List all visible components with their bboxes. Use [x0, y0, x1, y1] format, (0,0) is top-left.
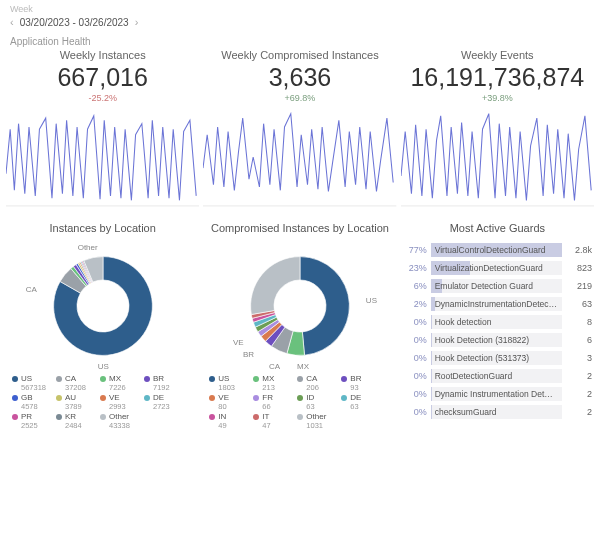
week-label: Week	[10, 4, 590, 14]
guard-bar: VirtualControlDetectionGuard	[431, 243, 562, 257]
guard-name: DynamicInstrumentationDetec…	[431, 299, 557, 309]
legend-value: 1803	[218, 384, 235, 392]
guard-row[interactable]: 2%DynamicInstrumentationDetec…63	[403, 295, 592, 313]
sparkline-events	[401, 107, 594, 207]
legend-item[interactable]: Other43338	[100, 413, 138, 430]
callout-ca: CA	[26, 285, 37, 294]
swatch-icon	[297, 395, 303, 401]
legend-value: 63	[350, 403, 361, 411]
legend-value: 2993	[109, 403, 126, 411]
panel-title: Most Active Guards	[401, 215, 594, 241]
guard-row[interactable]: 0%Dynamic Instrumentation Det…2	[403, 385, 592, 403]
legend-value: 43338	[109, 422, 130, 430]
swatch-icon	[12, 376, 18, 382]
legend-item[interactable]: FR66	[253, 394, 291, 411]
guard-bar: checksumGuard	[431, 405, 562, 419]
legend-item[interactable]: IT47	[253, 413, 291, 430]
guard-pct: 0%	[403, 335, 427, 345]
guard-row[interactable]: 23%VirtualizationDetectionGuard823	[403, 259, 592, 277]
guard-row[interactable]: 0%checksumGuard2	[403, 403, 592, 421]
kpi-weekly-instances: Weekly Instances 667,016 -25.2%	[6, 47, 199, 103]
legend-item[interactable]: GB4578	[12, 394, 50, 411]
guard-row[interactable]: 0%Hook Detection (318822)6	[403, 331, 592, 349]
legend-item[interactable]: MX7226	[100, 375, 138, 392]
guard-bar: Emulator Detection Guard	[431, 279, 562, 293]
legend-item[interactable]: US567318	[12, 375, 50, 392]
panel-compromised-location: Compromised Instances by Location US VE …	[203, 215, 396, 434]
kpi-delta: -25.2%	[8, 93, 197, 103]
guard-value: 823	[566, 263, 592, 273]
guard-name: RootDetectionGuard	[431, 371, 513, 381]
guard-pct: 23%	[403, 263, 427, 273]
legend-item[interactable]: BR7192	[144, 375, 182, 392]
legend-item[interactable]: VE80	[209, 394, 247, 411]
legend-item[interactable]: ID63	[297, 394, 335, 411]
date-range-text: 03/20/2023 - 03/26/2023	[20, 17, 129, 28]
legend: US1803MX213CA206BR93VE80FR66ID63DE63IN49…	[203, 371, 396, 434]
legend-item[interactable]: CA206	[297, 375, 335, 392]
panel-instances-location: Instances by Location Other CA US US5673…	[6, 215, 199, 434]
guard-row[interactable]: 0%RootDetectionGuard2	[403, 367, 592, 385]
legend-value: 66	[262, 403, 273, 411]
swatch-icon	[209, 376, 215, 382]
kpi-delta: +39.8%	[403, 93, 592, 103]
swatch-icon	[56, 376, 62, 382]
charts-row: Instances by Location Other CA US US5673…	[0, 209, 600, 434]
swatch-icon	[209, 414, 215, 420]
chevron-right-icon[interactable]: ›	[135, 16, 139, 28]
panel-most-active-guards: Most Active Guards 77%VirtualControlDete…	[401, 215, 594, 434]
legend-item[interactable]: BR93	[341, 375, 379, 392]
legend-value: 2484	[65, 422, 82, 430]
date-range-picker[interactable]: ‹ 03/20/2023 - 03/26/2023 ›	[10, 16, 590, 28]
guard-name: checksumGuard	[431, 407, 497, 417]
swatch-icon	[253, 395, 259, 401]
guard-value: 8	[566, 317, 592, 327]
kpi-value: 16,191,736,874	[403, 63, 592, 92]
swatch-icon	[100, 414, 106, 420]
guard-pct: 6%	[403, 281, 427, 291]
guard-name: Hook Detection (318822)	[431, 335, 530, 345]
guard-row[interactable]: 6%Emulator Detection Guard219	[403, 277, 592, 295]
callout-ve: VE	[233, 338, 244, 347]
legend-item[interactable]: US1803	[209, 375, 247, 392]
legend-item[interactable]: VE2993	[100, 394, 138, 411]
kpi-weekly-compromised: Weekly Compromised Instances 3,636 +69.8…	[203, 47, 396, 103]
legend-value: 213	[262, 384, 275, 392]
kpi-row: Weekly Instances 667,016 -25.2% Weekly C…	[0, 47, 600, 103]
guard-pct: 0%	[403, 407, 427, 417]
guard-row[interactable]: 77%VirtualControlDetectionGuard2.8k	[403, 241, 592, 259]
sparkline-instances	[6, 107, 199, 207]
legend-item[interactable]: AU3789	[56, 394, 94, 411]
guard-bar: RootDetectionGuard	[431, 369, 562, 383]
chevron-left-icon[interactable]: ‹	[10, 16, 14, 28]
legend-item[interactable]: DE2723	[144, 394, 182, 411]
legend-value: 47	[262, 422, 270, 430]
legend-item[interactable]: IN49	[209, 413, 247, 430]
kpi-value: 3,636	[205, 63, 394, 92]
swatch-icon	[100, 376, 106, 382]
guard-bar: Hook Detection (531373)	[431, 351, 562, 365]
guard-name: Hook Detection (531373)	[431, 353, 530, 363]
guard-pct: 0%	[403, 389, 427, 399]
legend-item[interactable]: PR2525	[12, 413, 50, 430]
legend-value: 80	[218, 403, 229, 411]
legend-item[interactable]: Other1031	[297, 413, 335, 430]
swatch-icon	[341, 395, 347, 401]
guard-value: 2	[566, 407, 592, 417]
kpi-title: Weekly Events	[403, 49, 592, 61]
legend-item[interactable]: KR2484	[56, 413, 94, 430]
legend-item[interactable]: MX213	[253, 375, 291, 392]
legend-item[interactable]: DE63	[341, 394, 379, 411]
guard-row[interactable]: 0%Hook Detection (531373)3	[403, 349, 592, 367]
guard-row[interactable]: 0%Hook detection8	[403, 313, 592, 331]
section-title: Application Health	[0, 30, 600, 47]
swatch-icon	[253, 376, 259, 382]
guard-bar: Hook detection	[431, 315, 562, 329]
guard-bar: VirtualizationDetectionGuard	[431, 261, 562, 275]
guard-pct: 2%	[403, 299, 427, 309]
guard-pct: 0%	[403, 317, 427, 327]
legend-item[interactable]: CA37208	[56, 375, 94, 392]
swatch-icon	[297, 414, 303, 420]
guards-list: 77%VirtualControlDetectionGuard2.8k23%Vi…	[401, 241, 594, 421]
callout-us: US	[98, 362, 109, 371]
